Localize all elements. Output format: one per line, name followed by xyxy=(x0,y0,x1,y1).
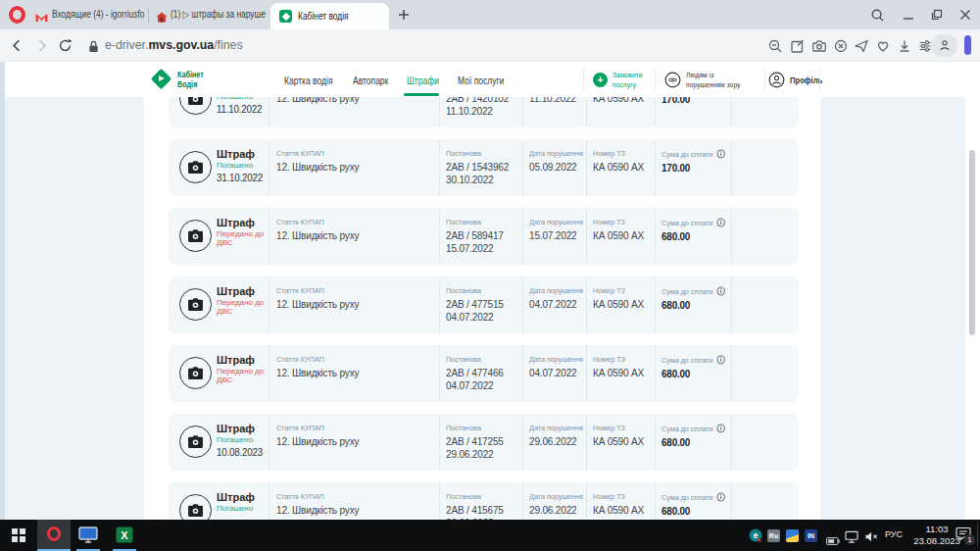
fine-summary-cell: Штраф Погашено 31.10.2022 xyxy=(169,139,270,196)
vehicle-label: Номер ТЗ xyxy=(593,286,650,295)
forward-button[interactable] xyxy=(33,37,50,58)
vehicle-value: КА 0590 АХ xyxy=(593,229,652,242)
close-button[interactable] xyxy=(958,8,972,22)
tray-volume-muted-icon[interactable] xyxy=(864,529,879,547)
flow-send-icon[interactable] xyxy=(854,38,869,58)
order-service-button[interactable]: Замовити послугу xyxy=(612,71,643,89)
taskbar-opera-button[interactable] xyxy=(37,520,71,549)
violation-date-value: 29.06.2022 xyxy=(529,504,583,517)
fine-row[interactable]: Штраф Передано до ДВС Стаття КУПАП 12. Ш… xyxy=(169,208,799,265)
nav-avtopark[interactable]: Автопарк xyxy=(353,75,395,86)
speed-camera-icon xyxy=(179,97,212,115)
fine-article-cell: Стаття КУПАП 12. Швидкість руху xyxy=(270,482,440,520)
speed-camera-icon xyxy=(179,357,212,389)
nav-shtrafy[interactable]: Штрафи xyxy=(407,75,445,86)
start-button[interactable] xyxy=(12,528,25,542)
info-icon[interactable] xyxy=(716,149,725,159)
resolution-label: Постанова xyxy=(446,286,516,295)
sidebar-toggle[interactable] xyxy=(964,35,971,55)
tray-in-icon[interactable]: IN xyxy=(805,529,817,542)
fine-violation-date-cell: Дата порушення 29.06.2022 xyxy=(523,482,587,520)
tab-kabinet-vodiya[interactable]: Кабінет водія xyxy=(270,3,389,29)
site-logo-text[interactable]: Кабінет Водія xyxy=(177,71,204,89)
resolution-number: 2АВ / 1543962 xyxy=(446,161,518,174)
minimize-button[interactable] xyxy=(902,8,915,22)
nav-moi-poslugy[interactable]: Мої послуги xyxy=(458,75,513,86)
fine-row[interactable]: Штраф Погашено 31.10.2022 Стаття КУПАП 1… xyxy=(169,139,799,196)
amount-label: Сума до сплати xyxy=(662,286,725,296)
info-icon[interactable] xyxy=(716,218,725,227)
opera-menu-icon[interactable] xyxy=(9,6,25,24)
page-viewport: Кабінет Водія Картка водія Автопарк Штра… xyxy=(0,62,980,520)
fine-amount-cell: Сума до сплати 680.00 xyxy=(656,414,732,471)
active-tab-title: Кабінет водія xyxy=(298,2,384,31)
resolution-date: 04.07.2022 xyxy=(446,379,518,392)
tray-photos-icon[interactable] xyxy=(786,529,799,542)
info-icon[interactable] xyxy=(716,355,725,365)
nav-kartka-vodiya[interactable]: Картка водія xyxy=(284,75,341,86)
content-right-panel xyxy=(820,97,965,520)
amount-value: 680.00 xyxy=(662,230,724,243)
compose-icon[interactable] xyxy=(790,38,806,58)
article-value: 12. Швидкість руху xyxy=(276,298,431,311)
fine-row[interactable]: Штраф Погашено Стаття КУПАП 12. Швидкіст… xyxy=(169,482,799,520)
amount-value: 680.00 xyxy=(662,436,724,449)
fine-row[interactable]: Штраф Передано до ДВС Стаття КУПАП 12. Ш… xyxy=(169,345,799,402)
lock-icon[interactable] xyxy=(88,39,99,57)
tray-ru-icon[interactable]: Ru xyxy=(767,529,780,542)
fine-article-cell: Стаття КУПАП 12. Швидкість руху xyxy=(270,414,440,471)
fine-actions-cell xyxy=(732,276,799,333)
header-divider xyxy=(583,67,584,92)
fine-status-date: 11.10.2022 xyxy=(217,104,266,115)
tab-shtrafy[interactable]: (1) ▷ штрафы за наруше xyxy=(171,0,268,29)
fine-resolution-cell: Постанова 2АВ / 589417 15.07.2022 xyxy=(440,208,523,265)
speed-camera-icon xyxy=(179,426,212,458)
tracker-blocker-icon[interactable] xyxy=(833,38,849,58)
fine-summary-cell: Штраф Передано до ДВС xyxy=(169,208,270,265)
fine-amount-cell: Сума до сплати 680.00 xyxy=(656,208,732,265)
downloads-icon[interactable] xyxy=(897,38,912,58)
restore-button[interactable] xyxy=(930,8,944,22)
tab-gmail[interactable]: Входящие (4) - igorriusfo xyxy=(52,0,145,29)
fine-row[interactable]: Штраф Передано до ДВС Стаття КУПАП 12. Ш… xyxy=(169,276,799,333)
tray-app-icon[interactable]: e xyxy=(749,528,762,542)
header-divider xyxy=(655,67,656,92)
svg-text:X: X xyxy=(121,529,128,541)
address-bar[interactable]: e-driver.mvs.gov.ua/fines xyxy=(105,29,243,61)
page-scrollbar[interactable] xyxy=(969,150,975,335)
speed-camera-icon xyxy=(179,494,212,520)
search-tabs-icon[interactable] xyxy=(870,8,885,23)
info-icon[interactable] xyxy=(716,424,725,433)
tray-network-icon[interactable] xyxy=(845,529,858,547)
accessibility-button[interactable]: Людям із порушенням зору xyxy=(686,71,741,89)
profile-button[interactable] xyxy=(931,34,957,57)
new-tab-button[interactable] xyxy=(397,8,411,25)
resolution-number: 2АВ / 415675 xyxy=(446,504,518,517)
fine-row[interactable]: Штраф Погашено 10.08.2023 Стаття КУПАП 1… xyxy=(169,414,799,471)
fine-vehicle-cell: Номер ТЗ КА 0590 АХ xyxy=(587,97,656,127)
resolution-number: 2АВ / 477466 xyxy=(446,367,518,379)
tray-language-indicator[interactable]: РУС xyxy=(885,529,903,539)
resolution-date: 11.10.2022 xyxy=(446,105,518,118)
profile-menu-button[interactable]: Профіль xyxy=(790,75,822,85)
red-house-icon xyxy=(156,9,168,26)
reload-button[interactable] xyxy=(57,37,74,58)
vehicle-label: Номер ТЗ xyxy=(593,492,650,501)
browser-tab-strip: Входящие (4) - igorriusfo (1) ▷ штрафы з… xyxy=(0,0,980,29)
bookmark-heart-icon[interactable] xyxy=(875,38,891,58)
tray-battery-icon[interactable] xyxy=(826,531,840,549)
info-icon[interactable] xyxy=(716,492,725,502)
snapshot-camera-icon[interactable] xyxy=(811,38,827,58)
back-button[interactable] xyxy=(9,37,25,58)
taskbar-excel-button[interactable]: X xyxy=(116,526,133,547)
taskbar-rdp-button[interactable] xyxy=(78,526,98,547)
fine-amount-cell: Сума до сплати 170.00 xyxy=(656,97,732,127)
amount-value: 680.00 xyxy=(662,368,724,380)
notification-center-icon[interactable]: 1 xyxy=(956,526,971,541)
violation-date-label: Дата порушення xyxy=(529,355,581,364)
fine-row[interactable]: Штраф Погашено 11.10.2022 Стаття КУПАП 1… xyxy=(169,97,799,127)
amount-label: Сума до сплати xyxy=(662,424,725,433)
fine-violation-date-cell: Дата порушення 05.09.2022 xyxy=(523,139,587,196)
info-icon[interactable] xyxy=(716,286,725,296)
find-in-page-icon[interactable] xyxy=(767,38,783,58)
